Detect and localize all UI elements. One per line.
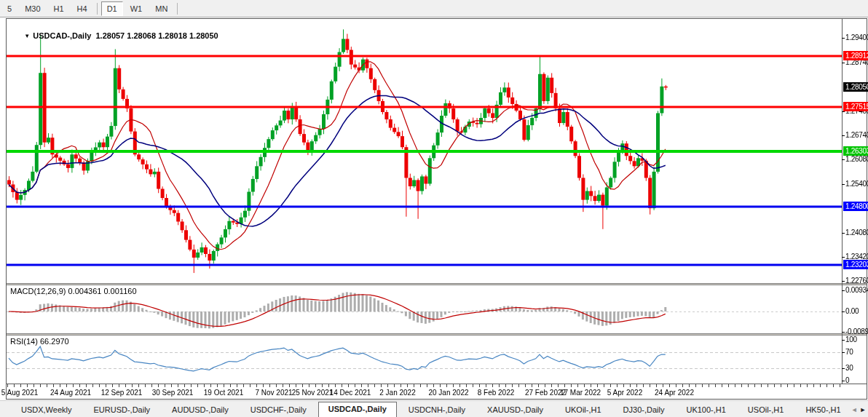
time-axis-ticks (7, 384, 842, 387)
macd-axis-label: -0.008902 (845, 327, 868, 335)
price-badge: 1.28912 (843, 51, 868, 60)
date-axis-label: 25 Nov 2021 (292, 389, 334, 397)
timeframe-button-d1[interactable]: D1 (101, 1, 123, 16)
price-axis-label: 1.29400 (845, 33, 868, 41)
macd-axis-label: 0.009345 (845, 286, 868, 294)
main-chart-canvas[interactable] (7, 21, 842, 284)
date-axis-label: 12 Sep 2021 (101, 389, 143, 397)
date-axis-label: 2 Jan 2022 (379, 389, 416, 397)
price-badge: 1.24800 (843, 202, 868, 211)
price-axis-tick (842, 38, 845, 39)
tab-usdchf-daily[interactable]: USDCHF-,Daily (240, 403, 317, 417)
macd-name: MACD(12,26,9) (10, 287, 66, 295)
ohlc-high: 1.28068 (127, 31, 156, 40)
rsi-axis-tick (842, 381, 845, 381)
price-axis-tick (842, 159, 845, 160)
tab-xauusd-daily[interactable]: XAUUSD-,Daily (477, 403, 553, 417)
price-axis-tick (842, 233, 845, 234)
rsi-name: RSI(14) (10, 337, 38, 346)
date-axis-label: 7 Nov 2021 (255, 389, 292, 397)
tab-usdcnh-daily[interactable]: USDCNH-,Daily (398, 403, 476, 417)
macd-axis-label: 0.00 (845, 307, 859, 315)
date-axis-label: 8 Feb 2022 (478, 389, 515, 397)
tab-eurusd-daily[interactable]: EURUSD-,Daily (83, 403, 160, 417)
price-axis-label: 1.24080 (845, 229, 868, 237)
price-axis-label: 1.25400 (845, 180, 868, 188)
ohlc-close: 1.28050 (189, 31, 218, 40)
price-axis-label: 1.26740 (845, 131, 868, 139)
price-badge: 1.27515 (843, 102, 868, 111)
toolbar-separator (177, 3, 178, 15)
rsi-panel-canvas[interactable] (7, 335, 842, 384)
tab-hk50-h1[interactable]: HK50-,H1 (795, 403, 851, 417)
macd-signal-value: 0.001160 (103, 287, 136, 295)
rsi-axis-tick (842, 368, 845, 369)
chart-window: ▼USDCAD-,Daily 1.28057 1.28068 1.28018 1… (6, 18, 867, 400)
date-axis-label: 30 Sep 2021 (152, 389, 194, 397)
chart-ohlc-title: ▼USDCAD-,Daily 1.28057 1.28068 1.28018 1… (11, 23, 218, 49)
ohlc-open: 1.28057 (95, 31, 125, 40)
rsi-value: 66.2970 (40, 337, 69, 346)
toolbar-separator (97, 3, 98, 15)
date-axis-label: 20 Jan 2022 (428, 389, 468, 397)
tab-dj30-daily[interactable]: DJ30-,Daily (613, 403, 675, 417)
tab-usdx-weekly[interactable]: USDX,Weekly (11, 403, 82, 417)
date-axis-label: 5 Apr 2022 (607, 389, 642, 397)
timeframe-button-w1[interactable]: W1 (125, 1, 149, 16)
macd-axis-tick (842, 290, 845, 291)
ohlc-low: 1.28018 (158, 31, 187, 40)
mt4-window: 5M30H1H4D1W1MN ▼USDCAD-,Daily 1.28057 1.… (0, 0, 868, 417)
macd-axis-tick (842, 332, 845, 333)
timeframe-button-h4[interactable]: H4 (71, 1, 93, 16)
price-axis-label: 1.26080 (845, 155, 868, 163)
macd-indicator-label: MACD(12,26,9) 0.004361 0.001160 (10, 287, 137, 295)
timeframe-button-5[interactable]: 5 (1, 1, 17, 16)
price-badge: 1.26303 (843, 146, 868, 156)
rsi-axis-label: 100 (845, 335, 857, 343)
chart-dropdown-icon[interactable]: ▼ (24, 33, 30, 39)
time-axis[interactable]: 5 Aug 202124 Aug 202112 Sep 202130 Sep 2… (7, 384, 867, 399)
date-axis-label: 17 Mar 2022 (560, 389, 601, 397)
price-badge: 1.28050 (843, 82, 868, 92)
price-axis-tick (842, 63, 845, 63)
date-axis-label: 19 Oct 2021 (204, 389, 243, 397)
timeframe-button-mn[interactable]: MN (149, 1, 173, 16)
price-axis-tick (842, 281, 845, 282)
chart-instrument-label: USDCAD-,Daily (33, 31, 91, 40)
tab-scroll-right-icon[interactable]: ► (860, 406, 867, 413)
price-axis-label: 1.22760 (845, 277, 868, 285)
macd-axis-tick (842, 311, 845, 312)
rsi-indicator-label: RSI(14) 66.2970 (10, 337, 69, 346)
rsi-axis-label: 70 (845, 348, 853, 356)
timeframe-button-h1[interactable]: H1 (48, 1, 70, 16)
date-axis-label: 5 Aug 2021 (1, 389, 39, 397)
tab-scroll-left-icon[interactable]: ◄ (851, 406, 858, 413)
macd-main-value: 0.004361 (68, 287, 101, 295)
price-axis-tick (842, 184, 845, 185)
rsi-axis-tick (842, 340, 845, 341)
timeframe-toolbar: 5M30H1H4D1W1MN (0, 0, 868, 17)
price-axis-divider (842, 19, 843, 384)
date-axis-label: 24 Aug 2021 (50, 389, 91, 397)
tab-usdcad-daily[interactable]: USDCAD-,Daily (318, 402, 397, 417)
tab-ukoil-h1[interactable]: UKOil-,H1 (555, 403, 612, 417)
rsi-axis-label: 30 (845, 364, 853, 372)
rsi-axis-tick (842, 352, 845, 353)
price-axis-tick (842, 257, 845, 258)
date-axis-label: 14 Dec 2021 (330, 389, 371, 397)
timeframe-button-m30[interactable]: M30 (19, 1, 46, 16)
price-axis-tick (842, 135, 845, 136)
symbol-tab-bar: USDX,WeeklyEURUSD-,DailyAUDUSD-,DailyUSD… (0, 400, 868, 417)
tab-uk100-h1[interactable]: UK100-,H1 (676, 403, 735, 417)
tab-audusd-daily[interactable]: AUDUSD-,Daily (162, 403, 239, 417)
tab-usoil-h1[interactable]: USOil-,H1 (738, 403, 794, 417)
price-badge: 1.23203 (843, 260, 868, 269)
date-axis-label: 24 Apr 2022 (655, 389, 694, 397)
